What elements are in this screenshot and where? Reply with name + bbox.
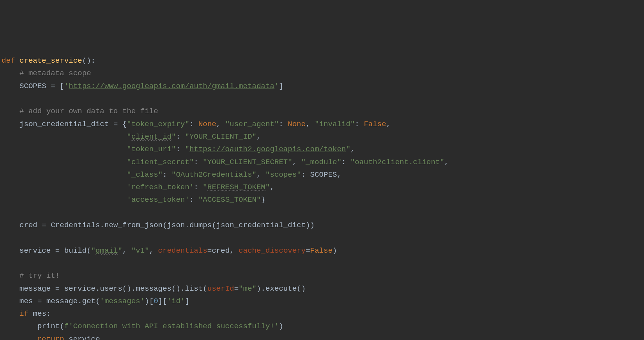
code-line: # add your own data to the file — [2, 107, 158, 116]
code-editor[interactable]: def create_service(): # metadata scope S… — [2, 54, 644, 340]
typo-squiggle: gmail — [95, 246, 118, 255]
comment: # add your own data to the file — [2, 107, 158, 116]
code-line: "client_id": "YOUR_CLIENT_ID", — [2, 132, 261, 141]
kwarg: userId — [207, 284, 234, 293]
typo-squiggle: client_id — [131, 132, 172, 141]
fstring: f'Connection with API established succes… — [64, 322, 279, 331]
url-string: https://www.googleapis.com/auth/gmail.me… — [69, 82, 275, 90]
keyword-return: return — [37, 335, 69, 340]
code-line: SCOPES = ['https://www.googleapis.com/au… — [2, 82, 283, 90]
comment: # try it! — [2, 271, 60, 280]
code-line: "client_secret": "YOUR_CLIENT_SECRET", "… — [2, 158, 449, 166]
code-line: "token_uri": "https://oauth2.googleapis.… — [2, 145, 355, 154]
kwarg: cache_discovery — [238, 246, 306, 255]
code-line: if mes: — [2, 309, 51, 318]
code-line: mes = message.get('messages')[0]['id'] — [2, 297, 189, 306]
function-name: create_service — [20, 56, 82, 65]
code-line: message = service.users().messages().lis… — [2, 284, 306, 293]
code-line: print(f'Connection with API established … — [2, 322, 283, 331]
url-string: https://oauth2.googleapis.com/token — [189, 145, 346, 154]
comment: # metadata scope — [2, 69, 91, 78]
code-line: # metadata scope — [2, 69, 91, 78]
code-line: cred = Credentials.new_from_json(json.du… — [2, 221, 315, 230]
code-line: return service — [2, 335, 100, 340]
code-line: 'refresh_token': "REFRESH_TOKEM", — [2, 183, 275, 192]
code-line: service = build("gmail", "v1", credentia… — [2, 246, 337, 255]
typo-squiggle: REFRESH_TOKEM — [207, 183, 266, 192]
keyword-if: if — [20, 309, 33, 318]
code-line: # try it! — [2, 271, 60, 280]
code-line: json_credential_dict = {"token_expiry": … — [2, 120, 391, 128]
code-line: def create_service(): — [2, 56, 95, 65]
code-line: 'access_token': "ACCESS_TOKEN"} — [2, 195, 266, 204]
kwarg: credentials — [158, 246, 207, 255]
code-line: "_class": "OAuth2Credentials", "scopes":… — [2, 170, 342, 179]
keyword-def: def — [2, 56, 20, 65]
